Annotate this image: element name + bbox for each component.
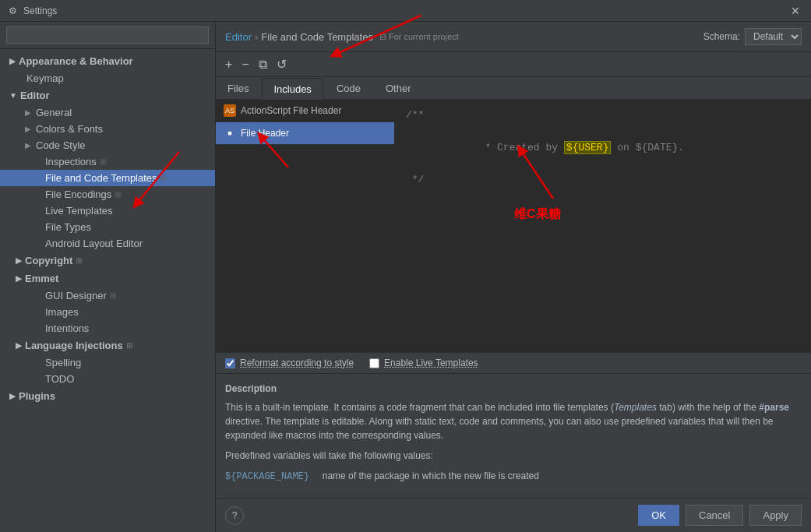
ok-button[interactable]: OK — [638, 505, 679, 526]
sidebar-tree: ▶ Appearance & Behavior Keymap ▼ Editor … — [0, 49, 215, 532]
description-panel: Description This is a built-in template.… — [216, 374, 811, 498]
template-icon-blue: ■ — [224, 127, 236, 139]
badge-icon: ⊞ — [110, 291, 116, 300]
tab-includes[interactable]: Includes — [262, 78, 323, 100]
tab-other[interactable]: Other — [374, 77, 423, 99]
sidebar-item-code-style[interactable]: ▶ Code Style — [0, 137, 215, 153]
arrow-icon: ▶ — [25, 108, 33, 117]
sidebar-item-label: Images — [45, 306, 79, 318]
sidebar-item-todo[interactable]: TODO — [0, 371, 215, 387]
schema-select[interactable]: Default — [745, 28, 802, 45]
sidebar-item-label: Appearance & Behavior — [19, 55, 133, 67]
user-variable: ${USER} — [564, 141, 612, 154]
tab-files[interactable]: Files — [216, 77, 260, 99]
sidebar-item-language-injections[interactable]: ▶ Language Injections ⊞ — [0, 336, 215, 354]
sidebar-item-editor[interactable]: ▼ Editor — [0, 86, 215, 104]
sidebar-item-spelling[interactable]: Spelling — [0, 354, 215, 371]
sidebar: ▶ Appearance & Behavior Keymap ▼ Editor … — [0, 22, 216, 532]
description-text-2: Predefined variables will take the follo… — [225, 449, 802, 463]
arrow-icon: ▶ — [25, 125, 33, 133]
arrow-icon: ▶ — [9, 392, 16, 400]
sidebar-item-keymap[interactable]: Keymap — [0, 70, 215, 86]
add-template-button[interactable]: + — [222, 56, 235, 73]
sidebar-item-images[interactable]: Images — [0, 304, 215, 320]
breadcrumb-sep: › — [255, 31, 258, 43]
remove-template-button[interactable]: − — [238, 56, 252, 73]
dialog-buttons: ? OK Cancel Apply — [216, 498, 811, 532]
sidebar-item-plugins[interactable]: ▶ Plugins — [0, 387, 215, 405]
code-line-2: * Created by ${USER} on ${DATE}. — [406, 124, 800, 172]
badge-icon: ⊞ — [160, 174, 167, 182]
sidebar-item-gui-designer[interactable]: GUI Designer ⊞ — [0, 287, 215, 304]
sidebar-item-file-types[interactable]: File Types — [0, 219, 215, 235]
sidebar-item-label: Language Injections — [25, 340, 123, 351]
live-templates-checkbox-row: Enable Live Templates — [369, 358, 478, 368]
cancel-button[interactable]: Cancel — [686, 505, 743, 526]
template-content: AS ActionScript File Header ■ File Heade… — [216, 100, 811, 352]
sidebar-item-live-templates[interactable]: Live Templates — [0, 203, 215, 219]
right-panel: Editor › File and Code Templates ⊟ For c… — [216, 22, 811, 532]
reformat-label: Reformat according to style — [240, 358, 354, 368]
code-line-1: /** — [406, 107, 800, 124]
arrow-icon: ▶ — [16, 274, 22, 283]
arrow-icon: ▶ — [16, 341, 22, 350]
sidebar-item-general[interactable]: ▶ General — [0, 104, 215, 121]
sidebar-item-emmet[interactable]: ▶ Emmet — [0, 270, 215, 287]
sidebar-item-label: File Types — [45, 221, 91, 233]
reset-template-button[interactable]: ↺ — [273, 55, 290, 73]
template-item-file-header[interactable]: ■ File Header — [216, 122, 394, 145]
live-templates-label: Enable Live Templates — [384, 358, 478, 368]
schema-label: Schema: — [703, 31, 740, 42]
description-variable-row: ${PACKAGE_NAME} name of the package in w… — [225, 469, 802, 484]
search-input[interactable] — [6, 26, 209, 44]
sidebar-item-label: Inspections — [45, 156, 97, 167]
code-editor[interactable]: /** * Created by ${USER} on ${DATE}. */ — [395, 100, 811, 352]
reformat-checkbox[interactable] — [225, 358, 235, 368]
copy-template-button[interactable]: ⧉ — [256, 56, 270, 73]
sidebar-item-file-encodings[interactable]: File Encodings ⊞ — [0, 186, 215, 203]
sidebar-item-label: General — [36, 107, 72, 118]
sidebar-item-label: Copyright — [25, 255, 72, 266]
sidebar-item-label: Intentions — [45, 322, 89, 334]
sidebar-item-label: File Encodings — [45, 188, 111, 200]
app-icon: ⚙ — [6, 5, 19, 17]
help-button[interactable]: ? — [225, 506, 244, 525]
description-title: Description — [225, 382, 802, 396]
description-text-1: This is a built-in template. It contains… — [225, 400, 802, 442]
sidebar-item-appearance[interactable]: ▶ Appearance & Behavior — [0, 52, 215, 70]
live-templates-checkbox[interactable] — [369, 358, 379, 368]
breadcrumb-part2: File and Code Templates — [261, 31, 373, 43]
breadcrumb-part1[interactable]: Editor — [225, 31, 252, 43]
sidebar-item-label: Keymap — [26, 72, 64, 84]
sidebar-item-label: GUI Designer — [45, 290, 107, 301]
sidebar-item-file-code-templates[interactable]: File and Code Templates ⊞ — [0, 170, 215, 186]
sidebar-item-inspections[interactable]: Inspections ⊞ — [0, 153, 215, 170]
breadcrumb: Editor › File and Code Templates ⊟ For c… — [225, 31, 459, 43]
schema-section: Schema: Default — [703, 28, 802, 45]
close-button[interactable]: ✕ — [786, 3, 805, 19]
arrow-icon: ▶ — [16, 256, 22, 265]
template-item-label: ActionScript File Header — [241, 105, 341, 116]
sidebar-item-intentions[interactable]: Intentions — [0, 320, 215, 336]
sidebar-item-label: Emmet — [25, 273, 58, 284]
arrow-icon: ▼ — [9, 91, 17, 100]
sidebar-item-label: File and Code Templates — [45, 172, 157, 184]
arrow-icon: ▶ — [9, 57, 16, 65]
sidebar-item-copyright[interactable]: ▶ Copyright ⊞ — [0, 252, 215, 270]
tab-code[interactable]: Code — [325, 77, 372, 99]
apply-button[interactable]: Apply — [749, 505, 802, 526]
project-icon[interactable]: ⊟ For current project — [379, 32, 459, 42]
badge-icon: ⊞ — [100, 157, 106, 166]
badge-icon: ⊞ — [76, 256, 82, 265]
template-icon-orange: AS — [224, 104, 236, 117]
search-box — [0, 22, 215, 49]
sidebar-item-label: Plugins — [19, 390, 55, 402]
template-toolbar: + − ⧉ ↺ — [216, 52, 811, 77]
template-item-actionscript[interactable]: AS ActionScript File Header — [216, 100, 394, 122]
arrow-icon: ▶ — [25, 141, 33, 150]
sidebar-item-colors[interactable]: ▶ Colors & Fonts — [0, 121, 215, 137]
breadcrumb-bar: Editor › File and Code Templates ⊟ For c… — [216, 22, 811, 52]
sidebar-item-label: Spelling — [45, 357, 81, 368]
title-bar: ⚙ Settings ✕ — [0, 0, 811, 22]
sidebar-item-android-layout[interactable]: Android Layout Editor — [0, 235, 215, 252]
